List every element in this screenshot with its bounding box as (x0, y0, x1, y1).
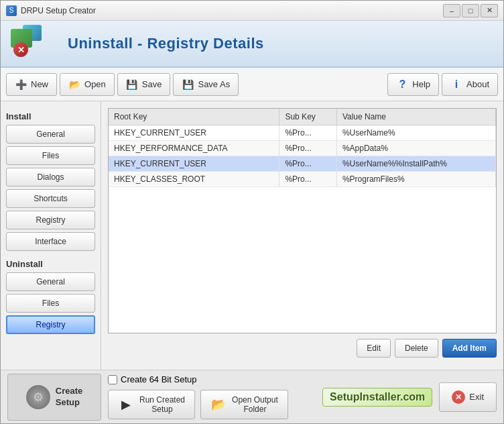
table-row[interactable]: HKEY_CURRENT_USER%Pro...%UserName% (109, 125, 496, 141)
bottom-buttons: ▶ Run CreatedSetup 📂 Open OutputFolder (108, 390, 316, 419)
exit-label: Exit (469, 392, 484, 402)
table-row[interactable]: HKEY_CURRENT_USER%Pro...%UserName%%Insta… (109, 156, 496, 172)
brand-watermark: SetupInstaller.com (322, 388, 432, 407)
bottom-bar: ⚙ Create Setup Create 64 Bit Setup ▶ Run… (1, 370, 503, 423)
sidebar-item-registry[interactable]: Registry (6, 211, 95, 229)
title-bar-text: DRPU Setup Creator (21, 6, 443, 15)
sidebar-item-interface[interactable]: Interface (6, 232, 95, 251)
col-root-key: Root Key (109, 109, 279, 125)
toolbar: ➕ New 📂 Open 💾 Save 💾 Save As ? Help i A… (1, 68, 503, 101)
minimize-button[interactable]: – (443, 4, 460, 17)
table-header-row: Root Key Sub Key Value Name (109, 109, 496, 125)
exit-icon: ✕ (452, 390, 465, 404)
delete-button[interactable]: Delete (395, 339, 438, 358)
sidebar-item-u-registry[interactable]: Registry (6, 315, 95, 334)
sidebar-item-dialogs[interactable]: Dialogs (6, 168, 95, 187)
table-cell-root-key: HKEY_CLASSES_ROOT (109, 172, 279, 187)
table-cell-sub-key: %Pro... (279, 172, 336, 187)
sidebar-item-shortcuts[interactable]: Shortcuts (6, 189, 95, 208)
uninstall-section-label: Uninstall (6, 259, 95, 269)
table-cell-value-name: %AppData% (336, 141, 495, 156)
save-button[interactable]: 💾 Save (117, 73, 171, 96)
table-cell-root-key: HKEY_PERFORMANCE_DATA (109, 141, 279, 156)
create-64bit-checkbox[interactable] (108, 375, 117, 384)
table-cell-sub-key: %Pro... (279, 125, 336, 141)
exit-button[interactable]: ✕ Exit (439, 382, 497, 412)
header-banner: ✕ Uninstall - Registry Details (1, 21, 503, 68)
create-setup-text: Create Setup (56, 386, 82, 409)
open-output-folder-button[interactable]: 📂 Open OutputFolder (200, 390, 288, 419)
table-cell-root-key: HKEY_CURRENT_USER (109, 125, 279, 141)
open-output-folder-label: Open OutputFolder (232, 395, 278, 414)
title-bar: S DRPU Setup Creator – □ ✕ (1, 1, 503, 21)
sidebar-item-u-general[interactable]: General (6, 272, 95, 291)
col-sub-key: Sub Key (279, 109, 336, 125)
create-64bit-label: Create 64 Bit Setup (121, 374, 196, 384)
save-as-button[interactable]: 💾 Save As (173, 73, 239, 96)
install-section-label: Install (6, 111, 95, 121)
sidebar-item-u-files[interactable]: Files (6, 294, 95, 313)
run-created-setup-button[interactable]: ▶ Run CreatedSetup (108, 390, 195, 419)
table-cell-sub-key: %Pro... (279, 156, 336, 172)
main-content: Install General Files Dialogs Shortcuts … (1, 101, 503, 370)
right-panel: Root Key Sub Key Value Name HKEY_CURRENT… (101, 101, 503, 370)
registry-table: Root Key Sub Key Value Name HKEY_CURRENT… (108, 108, 497, 333)
open-icon: 📂 (68, 78, 80, 91)
add-item-button[interactable]: Add Item (442, 339, 497, 358)
table-cell-value-name: %ProgramFiles% (336, 172, 495, 187)
sidebar-item-general[interactable]: General (6, 125, 95, 144)
save-icon: 💾 (126, 78, 138, 91)
new-icon: ➕ (15, 78, 27, 91)
logo-x-icon: ✕ (13, 42, 28, 57)
main-window: S DRPU Setup Creator – □ ✕ ✕ Uninstall -… (0, 0, 504, 424)
table: Root Key Sub Key Value Name HKEY_CURRENT… (109, 109, 496, 187)
close-button[interactable]: ✕ (481, 4, 498, 17)
page-title: Uninstall - Registry Details (68, 35, 264, 52)
table-cell-value-name: %UserName% (336, 125, 495, 141)
gear-icon: ⚙ (26, 385, 50, 409)
create-64bit-checkbox-area: Create 64 Bit Setup (108, 374, 316, 384)
folder-icon: 📂 (210, 396, 227, 413)
app-icon: S (6, 5, 17, 16)
app-logo: ✕ (11, 23, 58, 64)
table-cell-root-key: HKEY_CURRENT_USER (109, 156, 279, 172)
maximize-button[interactable]: □ (462, 4, 479, 17)
action-row: Edit Delete Add Item (108, 339, 497, 358)
save-as-icon: 💾 (182, 78, 194, 91)
help-icon: ? (396, 78, 408, 91)
help-button[interactable]: ? Help (387, 73, 439, 96)
new-button[interactable]: ➕ New (6, 73, 57, 96)
table-row[interactable]: HKEY_CLASSES_ROOT%Pro...%ProgramFiles% (109, 172, 496, 187)
table-cell-sub-key: %Pro... (279, 141, 336, 156)
edit-button[interactable]: Edit (357, 339, 391, 358)
sidebar-item-files[interactable]: Files (6, 146, 95, 165)
title-bar-controls: – □ ✕ (443, 4, 498, 17)
sidebar: Install General Files Dialogs Shortcuts … (1, 101, 101, 370)
run-created-setup-label: Run CreatedSetup (139, 395, 185, 414)
create-setup-box[interactable]: ⚙ Create Setup (7, 374, 101, 421)
table-cell-value-name: %UserName%%InstallPath% (336, 156, 495, 172)
run-icon: ▶ (118, 396, 134, 413)
about-icon: i (450, 78, 462, 91)
about-button[interactable]: i About (442, 73, 498, 96)
table-row[interactable]: HKEY_PERFORMANCE_DATA%Pro...%AppData% (109, 141, 496, 156)
col-value-name: Value Name (336, 109, 495, 125)
open-button[interactable]: 📂 Open (60, 73, 115, 96)
